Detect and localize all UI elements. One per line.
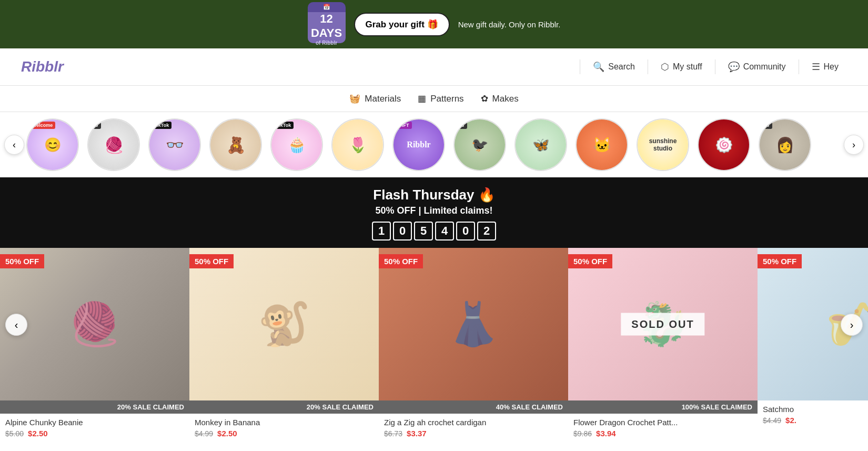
days-count: 12 DAYS [308,12,346,40]
product-card-dragon[interactable]: 🐉50% OFFSOLD OUT100% SALE CLAIMEDFlower … [568,248,758,440]
hey-label: Hey [824,62,839,72]
main-nav: 🔍 Search ⬡ My stuff 💬 Community ☰ Hey [576,57,847,77]
sale-claimed-cardigan: 40% SALE CLAIMED [379,400,568,414]
price-old-dragon: $9.86 [573,429,592,438]
story-sunshine[interactable]: sunshinestudio [637,118,689,171]
countdown-digit-2: 5 [414,222,433,240]
sale-claimed-beanie: 20% SALE CLAIMED [0,400,189,414]
materials-label: Materials [365,94,401,104]
nav-search[interactable]: 🔍 Search [584,57,643,77]
nav-divider-4 [799,59,799,74]
price-new-beanie: $2.50 [28,429,48,438]
product-title-monkey: Monkey in Banana [195,418,374,427]
price-new-satchmo: $2. [785,416,796,425]
nav-patterns[interactable]: ▦ Patterns [418,93,463,104]
product-card-cardigan[interactable]: 👗50% OFF40% SALE CLAIMEDZig a Zig ah cro… [379,248,568,440]
logo[interactable]: Ribblr [21,58,64,75]
menu-icon: ☰ [812,61,820,73]
story-orange[interactable]: 🐱 [576,118,628,171]
nav-community[interactable]: 💬 Community [720,57,794,77]
price-new-monkey: $2.50 [217,429,237,438]
products-section: ‹ 🧶50% OFF20% SALE CLAIMEDAlpine Chunky … [0,248,868,440]
price-new-dragon: $3.94 [596,429,616,438]
product-img-monkey: 🐒50% OFF [189,248,379,400]
product-title-beanie: Alpine Chunky Beanie [5,418,184,427]
nav-divider-3 [715,59,715,74]
story-purple[interactable]: GIFTRibblr [392,118,445,171]
mystuff-icon: ⬡ [661,61,669,73]
flash-subtitle: 50% OFF | Limited claims! [0,205,868,216]
banner-subtitle: New gift daily. Only on Ribblr. [458,20,561,29]
countdown-digit-0: 1 [372,222,391,240]
nav-makes[interactable]: ✿ Makes [481,93,519,104]
product-img-cardigan: 👗50% OFF [379,248,568,400]
carousel-prev-button[interactable]: ‹ [5,314,27,336]
discount-badge-cardigan: 50% OFF [379,254,423,268]
nav-materials[interactable]: 🧺 Materials [349,93,401,104]
grab-gift-button[interactable]: Grab your gift 🎁 [354,13,450,36]
stories-prev-button[interactable]: ‹ [4,135,24,155]
story-tiktok1[interactable]: TikTok👓 [148,118,201,171]
community-icon: 💬 [728,61,740,73]
story-badge-ig1: IG [90,122,101,129]
countdown: 105402 [0,222,868,240]
materials-icon: 🧺 [349,93,360,104]
stories-section: ‹ Welcome😊IG🧶TikTok👓🧸TikTok🧁🌷GIFTRibblrI… [0,112,868,177]
nav-divider-2 [648,59,648,74]
product-card-beanie[interactable]: 🧶50% OFF20% SALE CLAIMEDAlpine Chunky Be… [0,248,189,440]
price-old-cardigan: $6.73 [384,429,402,438]
story-raven[interactable]: IG🐦‍⬛ [453,118,506,171]
mystuff-label: My stuff [673,62,702,72]
story-badge-raven: IG [457,122,467,129]
story-badge-tiktok2: TikTok [274,122,294,129]
community-label: Community [743,62,786,72]
countdown-digit-4: 0 [456,222,475,240]
calendar-sub: of Ribblr [316,40,337,46]
countdown-digit-1: 0 [393,222,412,240]
sale-claimed-monkey: 20% SALE CLAIMED [189,400,379,414]
header: Ribblr 🔍 Search ⬡ My stuff 💬 Community ☰… [0,48,868,86]
product-img-beanie: 🧶50% OFF [0,248,189,400]
price-new-cardigan: $3.37 [407,429,427,438]
story-ig1[interactable]: IG🧶 [87,118,140,171]
calendar-top: 📅 [308,2,346,12]
story-flowers[interactable]: 🌷 [331,118,384,171]
product-title-dragon: Flower Dragon Crochet Patt... [573,418,752,427]
price-old-satchmo: $4.49 [763,416,781,425]
nav-divider-1 [580,59,580,74]
product-card-monkey[interactable]: 🐒50% OFF20% SALE CLAIMEDMonkey in Banana… [189,248,379,440]
story-badge-purple: GIFT [396,122,412,129]
sub-nav: 🧺 Materials ▦ Patterns ✿ Makes [0,86,868,112]
story-red[interactable]: 🍥 [698,118,750,171]
nav-hey[interactable]: ☰ Hey [803,57,847,77]
nav-mystuff[interactable]: ⬡ My stuff [652,57,711,77]
price-old-beanie: $5.00 [5,429,24,438]
stories-scroll: Welcome😊IG🧶TikTok👓🧸TikTok🧁🌷GIFTRibblrIG🐦… [0,118,837,171]
discount-badge-dragon: 50% OFF [568,254,612,268]
stories-next-button[interactable]: › [844,135,864,155]
story-bear[interactable]: 🧸 [209,118,262,171]
story-photo[interactable]: IG👩 [759,118,811,171]
sale-claimed-dragon: 100% SALE CLAIMED [568,400,758,414]
price-old-monkey: $4.99 [195,429,213,438]
product-card-satchmo[interactable]: 🎷50% OFFSatchmo$4.49$2. [758,248,868,440]
countdown-digit-5: 2 [477,222,496,240]
top-banner: 📅 12 DAYS of Ribblr Grab your gift 🎁 New… [0,0,868,48]
search-icon: 🔍 [593,61,604,73]
countdown-digit-3: 4 [435,222,454,240]
product-img-dragon: 🐉50% OFFSOLD OUT [568,248,758,400]
search-label: Search [608,62,635,72]
patterns-icon: ▦ [418,93,426,104]
sold-out-dragon: SOLD OUT [621,313,704,336]
story-badge-ribblr: Welcome [29,122,55,129]
calendar-promo-icon: 📅 12 DAYS of Ribblr [308,5,346,43]
story-tiktok2[interactable]: TikTok🧁 [270,118,323,171]
flash-thursday-section: Flash Thursday 🔥 50% OFF | Limited claim… [0,177,868,248]
discount-badge-monkey: 50% OFF [189,254,234,268]
carousel-next-button[interactable]: › [841,314,863,336]
story-ribblr[interactable]: Welcome😊 [26,118,79,171]
makes-icon: ✿ [481,93,488,104]
story-badge-photo: IG [762,122,772,129]
discount-badge-beanie: 50% OFF [0,254,44,268]
story-green[interactable]: 🦋 [514,118,567,171]
